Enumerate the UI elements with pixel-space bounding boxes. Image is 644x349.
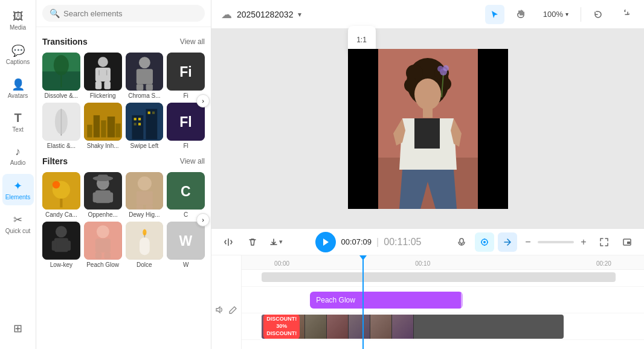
- project-dropdown-icon[interactable]: ▾: [298, 10, 301, 19]
- sidebar-label-avatars: Avatars: [8, 92, 28, 99]
- transition-shaky[interactable]: Shaky Inh...: [84, 103, 122, 149]
- svg-rect-89: [460, 239, 463, 243]
- svg-rect-14: [136, 84, 143, 90]
- redo-button[interactable]: [615, 5, 634, 24]
- transition-swipe[interactable]: Swipe Left: [126, 103, 164, 149]
- timeline-tracks-wrap: 00:00 00:10 00:20 Peach Glow: [211, 255, 644, 349]
- filter-peachglow[interactable]: Peach Glow: [84, 222, 122, 268]
- purple-clip[interactable]: Peach Glow: [310, 292, 463, 309]
- svg-text:C: C: [181, 183, 191, 199]
- filter-lowkey-label: Low-key: [42, 261, 80, 268]
- filter-c[interactable]: C C: [167, 172, 205, 219]
- transitions-view-all[interactable]: View all: [180, 37, 205, 46]
- volume-button[interactable]: [214, 303, 225, 317]
- transition-flickering[interactable]: Flickering: [84, 53, 122, 99]
- playhead[interactable]: [362, 255, 364, 349]
- transition-chroma[interactable]: Chroma S...: [126, 53, 164, 99]
- video-clip[interactable]: DISCOUNT!30%DISCOUNT!: [262, 315, 564, 339]
- svg-rect-45: [92, 192, 97, 202]
- discount-badge: DISCOUNT!30%DISCOUNT!: [263, 315, 300, 339]
- track-ctrl-text: [211, 270, 241, 296]
- current-time: 00:07:09: [341, 237, 372, 246]
- filters-view-all[interactable]: View all: [180, 157, 205, 165]
- filter-w[interactable]: W W: [167, 222, 205, 268]
- zoom-out-button[interactable]: −: [521, 235, 535, 249]
- filters-title: Filters: [42, 156, 68, 166]
- clip-handle-right[interactable]: [461, 292, 465, 309]
- filter-candy-label: Candy Ca...: [42, 211, 80, 218]
- search-input[interactable]: [63, 9, 198, 18]
- transitions-next-arrow[interactable]: ›: [196, 94, 210, 107]
- video-preview: [348, 49, 508, 209]
- ai-enhance-button[interactable]: [475, 232, 494, 252]
- svg-rect-22: [87, 124, 92, 137]
- mic-button[interactable]: [452, 232, 471, 252]
- transitions-grid: Dissolve &... Flicker: [42, 53, 205, 149]
- svg-rect-24: [101, 120, 106, 137]
- download-button[interactable]: ▾: [267, 232, 285, 252]
- transition-elastic[interactable]: Elastic &...: [42, 103, 80, 149]
- video-thumb-6: [392, 315, 414, 339]
- search-input-wrap[interactable]: 🔍: [42, 5, 205, 22]
- zoom-slider[interactable]: [538, 241, 574, 243]
- filter-oppenheimer[interactable]: Oppenhe...: [84, 172, 122, 219]
- svg-text:Fi: Fi: [179, 64, 192, 80]
- edit-button[interactable]: [228, 303, 239, 317]
- audio-icon: ♪: [15, 146, 21, 158]
- delete-clip-button[interactable]: [243, 232, 262, 252]
- play-button[interactable]: [315, 232, 336, 252]
- filters-next-arrow[interactable]: ›: [196, 213, 210, 226]
- search-bar: 🔍: [36, 0, 211, 27]
- sidebar-item-captions[interactable]: 💬 Captions: [2, 39, 34, 70]
- zoom-in-button[interactable]: +: [576, 235, 591, 249]
- svg-rect-58: [54, 238, 68, 252]
- svg-point-41: [53, 181, 60, 188]
- filter-lowkey[interactable]: Low-key: [42, 222, 80, 268]
- fullscreen-button[interactable]: [594, 232, 614, 252]
- hand-tool-button[interactable]: [512, 5, 531, 24]
- sidebar-item-audio[interactable]: ♪ Audio: [2, 140, 34, 171]
- filter-candy[interactable]: Candy Ca...: [42, 172, 80, 219]
- sidebar-item-media[interactable]: 🖼 Media: [2, 5, 34, 36]
- svg-rect-48: [98, 174, 108, 181]
- filter-dolce[interactable]: Dolce: [126, 222, 164, 268]
- svg-rect-60: [66, 241, 71, 251]
- gray-clip[interactable]: [262, 272, 616, 282]
- transition-fi[interactable]: Fi Fi: [167, 53, 205, 99]
- transition-fl[interactable]: Fl Fl: [167, 103, 205, 149]
- svg-rect-6: [95, 68, 111, 82]
- filter-dewy[interactable]: Dewy Hig...: [126, 172, 164, 219]
- transition-dissolve[interactable]: Dissolve &...: [42, 53, 80, 99]
- ruler-mark-0: 00:00: [274, 260, 289, 267]
- cloud-save-icon[interactable]: ☁: [221, 8, 232, 21]
- zoom-track: − +: [521, 235, 591, 249]
- text-track-row: Peach Glow: [242, 287, 644, 313]
- svg-point-62: [97, 226, 109, 239]
- track-controls: [211, 255, 242, 349]
- media-icon: 🖼: [13, 10, 24, 23]
- zoom-selector[interactable]: 100% ▾: [538, 7, 573, 21]
- playhead-head: [359, 255, 367, 260]
- stabilize-button[interactable]: [498, 232, 517, 252]
- sidebar-item-extra[interactable]: ⊞: [2, 313, 34, 344]
- sidebar-nav: 🖼 Media 💬 Captions 👤 Avatars T Text ♪ Au…: [0, 0, 36, 349]
- sidebar-item-quickcut[interactable]: ✂ Quick cut: [2, 208, 34, 239]
- video-thumb-4: [349, 315, 370, 339]
- svg-rect-67: [140, 237, 150, 255]
- sidebar-item-text[interactable]: T Text: [2, 106, 34, 138]
- timeline-area: ▾ 00:07:09 | 00:11:05: [211, 228, 644, 349]
- svg-text:W: W: [179, 233, 193, 249]
- sidebar-item-elements[interactable]: ✦ Elements: [2, 174, 34, 205]
- pip-button[interactable]: [617, 232, 637, 252]
- track-ctrl-video: [211, 296, 241, 323]
- transition-elastic-label: Elastic &...: [42, 142, 80, 149]
- split-clip-button[interactable]: [219, 232, 238, 252]
- select-tool-button[interactable]: [485, 5, 504, 24]
- undo-button[interactable]: [588, 5, 608, 24]
- filter-oppenheimer-label: Oppenhe...: [84, 211, 122, 218]
- svg-rect-26: [115, 123, 120, 137]
- sidebar-item-avatars[interactable]: 👤 Avatars: [2, 72, 34, 104]
- svg-rect-51: [136, 191, 152, 205]
- svg-rect-40: [60, 198, 62, 207]
- svg-point-12: [138, 57, 150, 68]
